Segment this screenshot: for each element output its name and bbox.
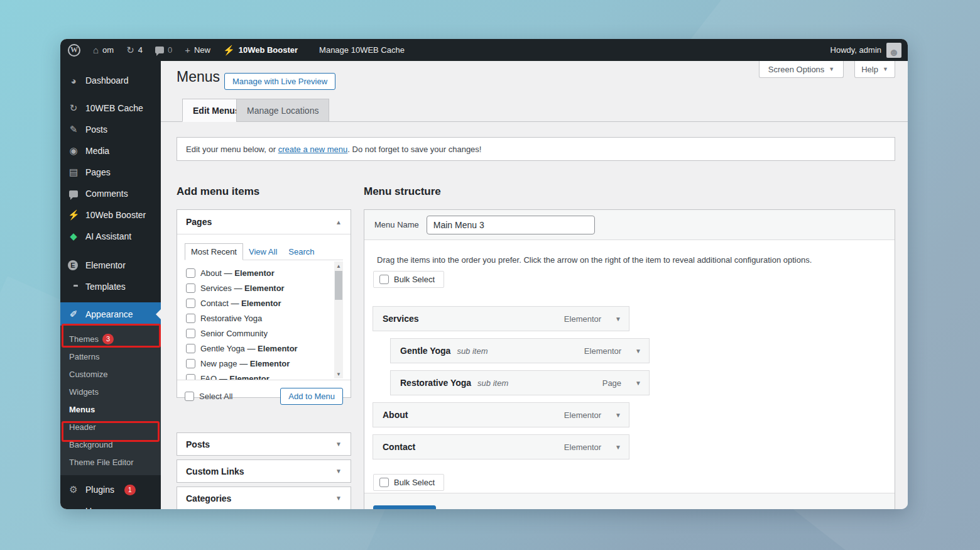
- page-checkbox-row[interactable]: Restorative Yoga: [186, 311, 332, 326]
- page-checkbox-row[interactable]: Senior Community: [186, 326, 332, 341]
- bulk-select-toggle-bottom[interactable]: Bulk Select: [373, 474, 444, 491]
- tab-search[interactable]: Search: [283, 244, 320, 260]
- submenu-item-header[interactable]: Header: [60, 418, 161, 436]
- sidebar-item-pages[interactable]: ▤ Pages: [60, 162, 161, 183]
- sidebar-item-dashboard[interactable]: ◕ Dashboard: [60, 70, 161, 91]
- booster-lightning-icon: ⚡: [68, 209, 79, 221]
- submenu-label: Widgets: [69, 387, 99, 397]
- item-edit-chevron-icon[interactable]: ▼: [615, 316, 621, 322]
- accordion-title: Pages: [186, 217, 212, 227]
- menu-item-restorative-yoga[interactable]: Restorative Yoga sub item Page ▼: [390, 370, 650, 395]
- sidebar-item-10web-booster[interactable]: ⚡ 10Web Booster: [60, 204, 161, 226]
- sidebar-label: Dashboard: [85, 75, 129, 85]
- menu-item-label: Services: [383, 314, 419, 324]
- comments-link[interactable]: 0: [155, 45, 172, 55]
- howdy-admin-link[interactable]: Howdy, admin: [830, 45, 881, 55]
- sidebar-item-ai-assistant[interactable]: ◆ AI Assistant: [60, 226, 161, 247]
- page-checkbox[interactable]: [186, 329, 195, 338]
- custom-links-accordion: Custom Links ▼: [177, 459, 351, 483]
- submenu-item-menus[interactable]: Menus: [60, 400, 161, 418]
- bulk-select-toggle[interactable]: Bulk Select: [373, 271, 444, 288]
- menu-item-services[interactable]: Services Elementor ▼: [373, 306, 629, 331]
- accordion-title: Custom Links: [186, 466, 244, 476]
- sidebar-item-templates[interactable]: Templates: [60, 276, 161, 297]
- submenu-item-background[interactable]: Background: [60, 436, 161, 453]
- notice-bar: Edit your menu below, or create a new me…: [177, 137, 895, 161]
- menu-item-contact[interactable]: Contact Elementor ▼: [373, 434, 629, 459]
- page-checkbox[interactable]: [186, 268, 195, 278]
- bulk-select-checkbox[interactable]: [379, 478, 389, 487]
- scroll-down-icon[interactable]: ▼: [334, 370, 343, 378]
- tab-manage-locations[interactable]: Manage Locations: [236, 99, 329, 122]
- submenu-label: Menus: [69, 405, 95, 414]
- screen-options-button[interactable]: Screen Options ▼: [759, 61, 844, 78]
- manage-live-preview-button[interactable]: Manage with Live Preview: [224, 73, 335, 90]
- page-checkbox[interactable]: [186, 359, 195, 368]
- item-edit-chevron-icon[interactable]: ▼: [615, 444, 621, 451]
- add-to-menu-button[interactable]: Add to Menu: [280, 388, 343, 405]
- select-all-checkbox[interactable]: [185, 392, 194, 401]
- item-edit-chevron-icon[interactable]: ▼: [615, 412, 621, 419]
- sidebar-item-posts[interactable]: ✎ Posts: [60, 119, 161, 140]
- updates-link[interactable]: ↻ 4: [126, 45, 143, 55]
- sidebar-item-media[interactable]: ◉ Media: [60, 140, 161, 162]
- categories-accordion-header[interactable]: Categories ▼: [177, 487, 351, 509]
- sidebar-item-users[interactable]: ☻ Users: [60, 500, 161, 509]
- pages-accordion: Pages ▲ Most Recent View All Search Abou…: [177, 209, 351, 398]
- sidebar-item-comments[interactable]: Comments: [60, 183, 161, 204]
- cache-icon: ↻: [68, 102, 79, 114]
- tab-view-all[interactable]: View All: [243, 244, 283, 260]
- submenu-item-widgets[interactable]: Widgets: [60, 383, 161, 400]
- submenu-item-theme-file-editor[interactable]: Theme File Editor: [60, 453, 161, 471]
- pages-accordion-header[interactable]: Pages ▲: [177, 210, 351, 234]
- avatar[interactable]: ☻: [886, 43, 901, 58]
- save-menu-button[interactable]: Save Menu: [373, 505, 436, 509]
- sidebar-item-appearance[interactable]: ✐ Appearance: [60, 302, 161, 326]
- item-edit-chevron-icon[interactable]: ▼: [635, 380, 641, 387]
- page-title: Menus: [177, 69, 220, 85]
- page-checkbox-row[interactable]: About — Elementor: [186, 265, 332, 280]
- posts-icon: ✎: [68, 124, 79, 135]
- page-checkbox[interactable]: [186, 283, 195, 293]
- tab-most-recent[interactable]: Most Recent: [185, 243, 243, 260]
- sidebar-item-10web-cache[interactable]: ↻ 10WEB Cache: [60, 97, 161, 119]
- submenu-label: Themes: [69, 334, 99, 344]
- manage-cache-link[interactable]: Manage 10WEB Cache: [319, 45, 405, 55]
- menu-item-about[interactable]: About Elementor ▼: [373, 402, 629, 427]
- page-checkbox[interactable]: [186, 299, 195, 308]
- elementor-icon: E: [68, 260, 79, 270]
- submenu-label: Theme File Editor: [69, 458, 134, 467]
- menu-name-input[interactable]: [427, 216, 595, 234]
- chevron-down-icon: ▼: [883, 66, 888, 72]
- new-content-link[interactable]: + New: [185, 45, 210, 55]
- page-checkbox-row[interactable]: Gentle Yoga — Elementor: [186, 341, 332, 356]
- create-new-menu-link[interactable]: create a new menu: [278, 145, 348, 154]
- submenu-item-customize[interactable]: Customize: [60, 365, 161, 383]
- page-checkbox-row[interactable]: New page — Elementor: [186, 356, 332, 371]
- sidebar-item-plugins[interactable]: ⚙ Plugins 1: [60, 479, 161, 500]
- page-checkbox[interactable]: [186, 374, 195, 380]
- page-checkbox-row[interactable]: Contact — Elementor: [186, 295, 332, 311]
- posts-accordion-header[interactable]: Posts ▼: [177, 433, 351, 455]
- page-checkbox[interactable]: [186, 344, 195, 353]
- booster-link[interactable]: ⚡ 10Web Booster: [223, 45, 298, 56]
- bulk-select-checkbox[interactable]: [379, 275, 389, 284]
- help-button[interactable]: Help ▼: [854, 61, 895, 78]
- submenu-item-patterns[interactable]: Patterns: [60, 348, 161, 365]
- sidebar-label: Pages: [85, 167, 111, 177]
- wordpress-logo-icon[interactable]: W: [68, 44, 80, 57]
- item-edit-chevron-icon[interactable]: ▼: [635, 348, 641, 355]
- submenu-item-themes[interactable]: Themes 3: [60, 330, 161, 348]
- sidebar-item-elementor[interactable]: E Elementor: [60, 255, 161, 276]
- page-checkbox-row[interactable]: Services — Elementor: [186, 280, 332, 295]
- page-checkbox-row[interactable]: FAQ — Elementor: [186, 371, 332, 380]
- site-name-link[interactable]: ⌂ om: [93, 45, 114, 55]
- scrollbar-thumb[interactable]: [335, 271, 342, 300]
- page-checkbox[interactable]: [186, 314, 195, 323]
- chevron-down-icon: ▼: [335, 468, 342, 475]
- scroll-up-icon[interactable]: ▲: [334, 261, 343, 270]
- sidebar-label: Comments: [85, 189, 128, 199]
- pages-list-scrollbar[interactable]: ▲ ▼: [334, 261, 343, 378]
- menu-item-gentle-yoga[interactable]: Gentle Yoga sub item Elementor ▼: [390, 338, 650, 363]
- custom-links-accordion-header[interactable]: Custom Links ▼: [177, 460, 351, 482]
